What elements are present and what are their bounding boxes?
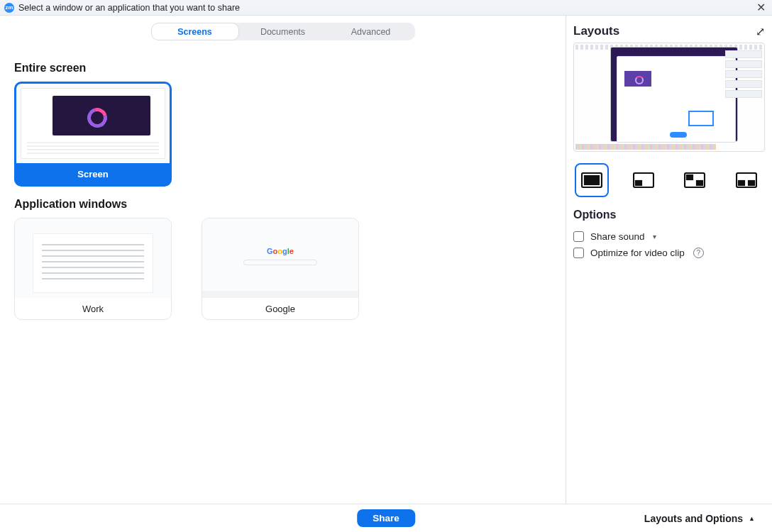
option-share-sound[interactable]: Share sound ▾ — [573, 228, 765, 245]
layout-icon-full[interactable] — [575, 163, 609, 197]
titlebar-text: Select a window or an application that y… — [18, 3, 750, 13]
close-icon[interactable]: ✕ — [754, 1, 768, 14]
layouts-header: Layouts — [573, 24, 619, 38]
layouts-and-options-toggle[interactable]: Layouts and Options ▲ — [644, 513, 755, 524]
section-entire-screen: Entire screen — [14, 62, 551, 74]
option-label: Share sound — [590, 231, 645, 242]
svg-rect-6 — [697, 181, 702, 185]
share-content: Entire screen Screen Application windows — [0, 48, 566, 504]
triangle-up-icon: ▲ — [749, 515, 755, 522]
checkbox-share-sound[interactable] — [573, 231, 584, 242]
card-label: Google — [202, 298, 358, 319]
chevron-down-icon[interactable]: ▾ — [653, 233, 656, 240]
app-thumbnail: Google — [202, 218, 358, 298]
svg-rect-5 — [687, 175, 693, 179]
expand-icon[interactable]: ⤢ — [756, 25, 765, 38]
options-header: Options — [573, 209, 765, 221]
option-optimize-video[interactable]: Optimize for video clip ? — [573, 245, 765, 261]
card-app-google[interactable]: Google Google — [202, 218, 359, 320]
left-pane: Screens Documents Advanced Entire screen… — [0, 16, 566, 504]
layout-icon-pip-br[interactable] — [729, 163, 763, 197]
checkbox-optimize-video[interactable] — [573, 248, 584, 258]
layout-preview — [573, 43, 765, 152]
section-application-windows: Application windows — [14, 198, 551, 211]
tab-screens[interactable]: Screens — [151, 23, 239, 40]
option-label: Optimize for video clip — [590, 248, 685, 258]
footer: Share Layouts and Options ▲ — [0, 504, 772, 532]
right-pane: Layouts ⤢ — [566, 16, 772, 504]
tab-advanced[interactable]: Advanced — [327, 23, 415, 40]
share-button[interactable]: Share — [357, 509, 415, 527]
card-app-work[interactable]: Work — [14, 218, 172, 320]
help-icon[interactable]: ? — [693, 248, 704, 258]
card-label: Work — [15, 298, 171, 319]
tabs-row: Screens Documents Advanced — [0, 16, 566, 48]
layout-icons-row — [573, 160, 765, 209]
svg-rect-9 — [749, 181, 754, 185]
card-screen[interactable]: Screen — [14, 82, 172, 187]
card-label: Screen — [16, 163, 170, 184]
svg-rect-3 — [636, 181, 641, 185]
svg-rect-1 — [585, 176, 599, 184]
app-thumbnail — [15, 218, 171, 298]
layout-icon-pip-bl[interactable] — [627, 163, 661, 197]
titlebar: zm Select a window or an application tha… — [0, 0, 772, 16]
zoom-logo-icon: zm — [4, 3, 14, 13]
svg-rect-8 — [739, 181, 744, 185]
tab-documents[interactable]: Documents — [239, 23, 327, 40]
screen-thumbnail — [16, 84, 170, 163]
layout-icon-pip-tl[interactable] — [678, 163, 712, 197]
tab-segment: Screens Documents Advanced — [151, 23, 415, 40]
layouts-toggle-label: Layouts and Options — [644, 513, 743, 524]
